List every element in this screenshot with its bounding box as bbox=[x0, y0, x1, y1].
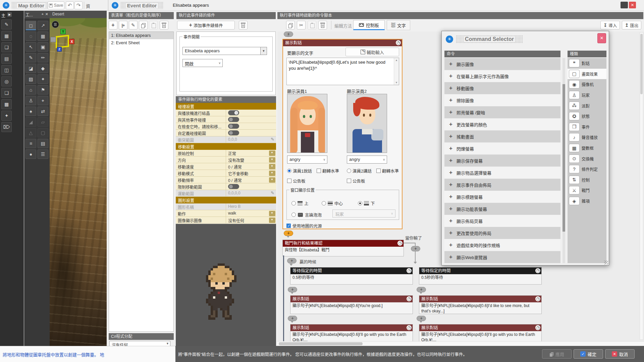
map-tool-button[interactable]: ▦ bbox=[1, 31, 12, 41]
insert-command-node[interactable]: + bbox=[288, 316, 297, 321]
property-row[interactable]: 與播放機進行結晶 bbox=[176, 110, 276, 116]
paste-command-button[interactable] bbox=[308, 21, 316, 29]
database-button[interactable]: 資 bbox=[86, 3, 90, 9]
tool-button[interactable]: ✦ bbox=[38, 74, 48, 84]
sheet-list-item-selected[interactable]: 1: Elisabeta appears bbox=[109, 32, 173, 39]
dropdown-button[interactable] bbox=[269, 177, 275, 183]
tool-button[interactable]: ✎ bbox=[25, 53, 36, 62]
category-item[interactable]: ♪聲音播放 bbox=[568, 132, 606, 143]
command-list-item[interactable]: +移動圖像 bbox=[444, 82, 560, 94]
insert-command-node[interactable]: + bbox=[411, 246, 420, 251]
category-item[interactable]: ◉摄像机 bbox=[568, 79, 606, 90]
tool-button[interactable]: ▱ bbox=[38, 117, 48, 127]
wait-block-header[interactable]: 等待指定的時間 bbox=[419, 267, 541, 274]
checkbox-checked[interactable] bbox=[286, 224, 291, 228]
gizmo-menu-icon[interactable]: ☰ bbox=[52, 21, 59, 28]
battle-block-header[interactable]: 戰鬥執行和結果確認 bbox=[283, 240, 404, 247]
command-list-item[interactable]: +顯示保存螢幕 bbox=[444, 155, 560, 167]
insert-command-node[interactable]: + bbox=[417, 287, 426, 292]
tool-button[interactable]: ▦ bbox=[38, 32, 48, 41]
property-row[interactable]: 移動頻率0 / 通常 bbox=[176, 177, 276, 183]
tool-button[interactable]: ◌ bbox=[25, 32, 36, 41]
command-list-item[interactable]: +顯示標題螢幕 bbox=[444, 191, 560, 203]
actor2-board-checkbox[interactable]: 公告板 bbox=[347, 178, 365, 184]
pos-bottom-radio[interactable]: 下 bbox=[358, 200, 375, 206]
category-item[interactable]: ⁂派對 bbox=[568, 100, 606, 111]
tool-button[interactable]: ✏ bbox=[38, 53, 48, 62]
tool-button[interactable]: ♙ bbox=[25, 96, 36, 105]
dropdown-button[interactable] bbox=[269, 211, 275, 216]
wait-command-block[interactable]: 等待指定的時間 0.5秒的等待 bbox=[419, 267, 541, 284]
apply-button[interactable]: 應用 bbox=[542, 349, 572, 359]
tool-button[interactable]: ⇄ bbox=[38, 107, 48, 116]
canvas-vertical-scrollbar[interactable] bbox=[640, 32, 643, 340]
property-row[interactable]: 移動模式它不會移動 bbox=[176, 170, 276, 177]
category-item[interactable]: ❞對話 bbox=[568, 58, 606, 69]
wait-command-block[interactable]: 等待指定的時間 0.5秒的等待 bbox=[290, 267, 413, 284]
tool-button[interactable]: ⌖ bbox=[38, 96, 48, 105]
checkbox[interactable] bbox=[317, 169, 321, 173]
dialog-block-header[interactable]: 展示對話 bbox=[290, 296, 413, 302]
category-item[interactable]: ♙玩家 bbox=[568, 90, 606, 101]
dialog-command-block[interactable]: 展示對話 顯示句子[¥NPL[Elisabeta]¥lipspd[0.6]I'd… bbox=[419, 296, 541, 314]
scrollbar-thumb[interactable] bbox=[279, 342, 363, 345]
tool-button[interactable]: ♠ bbox=[25, 107, 36, 116]
dialog-block-header[interactable]: 展示對話 bbox=[290, 324, 413, 331]
import-button[interactable]: 導入 bbox=[600, 21, 620, 29]
resize-grip[interactable] bbox=[604, 260, 608, 264]
delete-sheet-button[interactable] bbox=[160, 21, 168, 29]
use-map-light-checkbox[interactable]: 使用地圖的光源 bbox=[286, 223, 322, 229]
scroll-down-icon[interactable]: ▼ bbox=[395, 81, 398, 84]
radio-selected[interactable] bbox=[358, 201, 362, 205]
tool-button[interactable]: ◆ bbox=[38, 64, 48, 73]
redo-button[interactable] bbox=[74, 1, 83, 9]
property-row[interactable]: 移動速度0 / 通常 bbox=[176, 163, 276, 170]
canvas-horizontal-scrollbar[interactable] bbox=[277, 341, 644, 346]
undo-button[interactable] bbox=[66, 1, 74, 9]
dock-window-button[interactable] bbox=[621, 2, 628, 8]
actor2-portrait[interactable] bbox=[347, 94, 387, 153]
command-list-item[interactable]: +更改要使用的佈局 bbox=[444, 227, 560, 239]
toggle-on[interactable] bbox=[228, 110, 239, 115]
radio[interactable] bbox=[291, 201, 296, 205]
dropdown-button[interactable] bbox=[269, 157, 275, 163]
text-mode-button[interactable]: TEXTTEXTTEXT文字 bbox=[387, 20, 410, 30]
toggle-off[interactable] bbox=[228, 117, 239, 122]
dialog-block-header[interactable]: 展示對話 bbox=[419, 324, 541, 331]
tool-button[interactable]: ▤ bbox=[38, 139, 48, 148]
actor1-flip-checkbox[interactable]: 翻轉水準 bbox=[317, 168, 339, 174]
assist-input-button[interactable]: 輔助輸入 bbox=[345, 48, 399, 56]
scrollbar-thumb[interactable] bbox=[640, 34, 643, 94]
toggle-off[interactable] bbox=[228, 130, 239, 135]
tool-button[interactable]: ≡ bbox=[25, 139, 36, 148]
tool-button[interactable]: ◪ bbox=[25, 64, 36, 73]
command-list-item[interactable]: +顯示圖像 bbox=[444, 58, 560, 70]
map-tool-button[interactable]: ❏ bbox=[1, 42, 12, 52]
radio[interactable] bbox=[322, 201, 326, 205]
command-list-item[interactable]: +顯示佈局荧幕 bbox=[444, 215, 560, 227]
map-tool-button[interactable]: ❑ bbox=[1, 88, 12, 98]
tool-button[interactable]: ▣ bbox=[38, 42, 48, 52]
checkbox[interactable] bbox=[347, 179, 351, 183]
copy-command-button[interactable] bbox=[286, 21, 295, 29]
command-list-item[interactable]: +搖動畫面 bbox=[444, 130, 560, 142]
ok-button[interactable]: ✓確定 bbox=[574, 349, 603, 359]
tool-button[interactable]: ☰ bbox=[38, 149, 48, 159]
property-row[interactable]: 圖像顯示圖像沒有任何 bbox=[176, 217, 276, 224]
category-item[interactable]: ◈雜項 bbox=[568, 196, 606, 206]
toggle-off[interactable] bbox=[228, 124, 239, 129]
cut-command-button[interactable] bbox=[297, 21, 306, 29]
map-tool-button[interactable]: ⌦ bbox=[1, 122, 12, 132]
tool-button[interactable]: ▨ bbox=[25, 74, 36, 84]
insert-command-node-active[interactable]: + bbox=[284, 231, 293, 236]
dialog-block-header[interactable]: 展示對話 bbox=[419, 296, 541, 302]
property-row[interactable]: 動作walk bbox=[176, 210, 276, 217]
dropdown-button[interactable] bbox=[269, 164, 275, 169]
radio[interactable] bbox=[347, 169, 351, 173]
category-item[interactable]: ✪狀態 bbox=[568, 111, 606, 122]
dialog-command-block[interactable]: 展示對話 顯示句子[¥NPL[Elisabeta]¥lipspd[0.6]I'l… bbox=[290, 324, 413, 341]
tool-button[interactable]: ⚑ bbox=[38, 85, 48, 95]
map-tool-button[interactable]: ✦ bbox=[1, 111, 12, 121]
property-row[interactable]: 自定義碰撞範圍 bbox=[176, 130, 276, 136]
command-list-item[interactable]: +照亮螢幕 /變暗 bbox=[444, 106, 560, 118]
